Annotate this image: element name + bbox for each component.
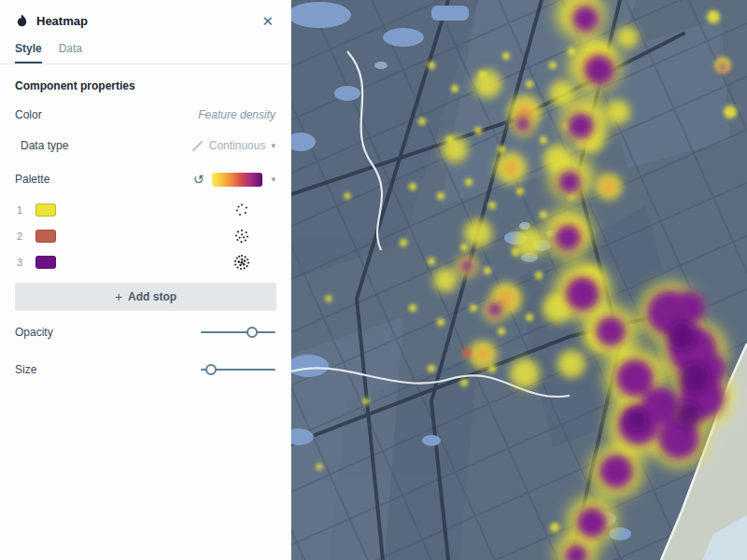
palette-label: Palette bbox=[15, 173, 49, 186]
heat-point bbox=[462, 348, 472, 357]
data-type-value: Continuous bbox=[209, 139, 266, 152]
add-stop-button[interactable]: + Add stop bbox=[15, 283, 276, 311]
stop-number: 3 bbox=[17, 257, 30, 268]
color-row: Color Feature density bbox=[0, 100, 290, 130]
color-value: Feature density bbox=[198, 108, 275, 121]
opacity-slider-handle[interactable] bbox=[247, 327, 258, 338]
stop-number: 1 bbox=[17, 204, 30, 216]
flame-icon bbox=[15, 14, 29, 29]
panel-title: Heatmap bbox=[36, 14, 260, 28]
panel-body: Component properties Color Feature densi… bbox=[0, 64, 290, 560]
size-label: Size bbox=[15, 363, 36, 376]
tab-data[interactable]: Data bbox=[59, 38, 82, 63]
dot-density-mid-icon[interactable] bbox=[233, 227, 251, 245]
palette-chevron-down-icon[interactable]: ▾ bbox=[271, 175, 275, 184]
size-slider-handle[interactable] bbox=[205, 364, 217, 375]
dot-density-high-icon[interactable] bbox=[233, 253, 251, 272]
opacity-slider-track bbox=[201, 331, 275, 333]
map-art bbox=[291, 0, 747, 560]
size-slider[interactable] bbox=[201, 363, 275, 376]
close-icon[interactable]: ✕ bbox=[260, 12, 275, 30]
opacity-row: Opacity bbox=[0, 316, 290, 348]
stop-color-swatch[interactable] bbox=[35, 230, 56, 243]
palette-stop-row: 2 bbox=[0, 223, 290, 249]
chevron-down-icon: ▾ bbox=[271, 141, 275, 150]
map-canvas[interactable] bbox=[291, 0, 747, 560]
section-title: Component properties bbox=[15, 79, 275, 92]
palette-stop-row: 3 bbox=[0, 249, 290, 275]
color-label: Color bbox=[15, 108, 42, 121]
stop-color-swatch[interactable] bbox=[35, 203, 56, 217]
stop-number: 2 bbox=[17, 231, 30, 242]
heatmap-panel: Heatmap ✕ Style Data Component propertie… bbox=[0, 0, 291, 560]
stop-color-swatch[interactable] bbox=[35, 256, 56, 269]
add-stop-label: Add stop bbox=[128, 290, 176, 303]
opacity-slider[interactable] bbox=[201, 326, 275, 339]
plus-icon: + bbox=[115, 289, 122, 304]
data-type-label: Data type bbox=[21, 139, 68, 152]
palette-gradient-swatch[interactable] bbox=[212, 173, 262, 187]
dot-density-low-icon[interactable] bbox=[233, 201, 251, 219]
continuous-ramp-icon bbox=[191, 140, 204, 152]
data-type-control[interactable]: Continuous ▾ bbox=[191, 139, 275, 152]
size-row: Size bbox=[0, 354, 290, 385]
panel-tabs: Style Data bbox=[0, 38, 290, 64]
tab-style[interactable]: Style bbox=[15, 38, 42, 63]
reset-icon[interactable]: ↺ bbox=[193, 173, 204, 186]
panel-header: Heatmap ✕ bbox=[0, 0, 290, 38]
palette-stop-row: 1 bbox=[0, 197, 290, 223]
app-root: Heatmap ✕ Style Data Component propertie… bbox=[0, 0, 747, 560]
data-type-row: Data type Continuous ▾ bbox=[0, 130, 290, 161]
opacity-label: Opacity bbox=[15, 326, 53, 339]
palette-row: Palette ↺ ▾ bbox=[0, 161, 290, 197]
